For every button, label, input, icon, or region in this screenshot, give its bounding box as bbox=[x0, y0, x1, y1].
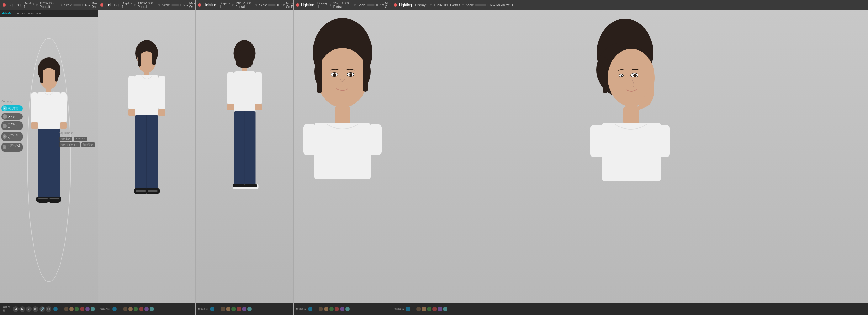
scale-slider[interactable] bbox=[171, 4, 179, 6]
swatch-2[interactable] bbox=[215, 307, 220, 311]
swatch-1[interactable] bbox=[308, 307, 312, 311]
maximize-btn[interactable]: Maximize On bbox=[189, 2, 196, 8]
adj-btn-reset[interactable]: リセット bbox=[74, 137, 88, 141]
swatch-3[interactable] bbox=[221, 307, 225, 311]
panel-2-bottom: 情報表示 bbox=[98, 303, 195, 315]
swatch-3[interactable] bbox=[64, 307, 68, 311]
resolution-label: 1920x1080 Portrait bbox=[40, 2, 59, 8]
swatch-6[interactable] bbox=[80, 307, 84, 311]
maximize-btn[interactable]: Maximize On P bbox=[286, 2, 293, 8]
swatch-3[interactable] bbox=[123, 307, 127, 311]
swatch-8[interactable] bbox=[345, 307, 350, 311]
scale-slider[interactable] bbox=[73, 4, 82, 6]
swatch-1[interactable] bbox=[112, 307, 117, 311]
maximize-btn[interactable]: Maximize O bbox=[496, 3, 513, 7]
swatch-2[interactable] bbox=[411, 307, 415, 311]
btn-motion[interactable]: ○ モーション bbox=[1, 132, 23, 141]
svg-rect-14 bbox=[50, 145, 60, 198]
display-label: Display 1 bbox=[219, 2, 230, 8]
swatch-2[interactable] bbox=[59, 307, 63, 311]
bottom-label: 情報表示 bbox=[296, 308, 306, 311]
color-swatches bbox=[210, 307, 252, 311]
swatch-1[interactable] bbox=[406, 307, 410, 311]
swatch-2[interactable] bbox=[118, 307, 122, 311]
swatch-8[interactable] bbox=[443, 307, 447, 311]
swatch-6[interactable] bbox=[432, 307, 437, 311]
scale-slider[interactable] bbox=[268, 4, 276, 6]
btn-accessory[interactable]: ○ アクセサリ bbox=[1, 121, 23, 130]
svg-rect-20 bbox=[38, 198, 48, 200]
swatch-1[interactable] bbox=[210, 307, 215, 311]
svg-rect-71 bbox=[314, 123, 371, 179]
svg-rect-29 bbox=[135, 75, 158, 116]
swatch-4[interactable] bbox=[226, 307, 230, 311]
svg-rect-47 bbox=[227, 72, 234, 105]
scale-label: Scale bbox=[162, 3, 170, 7]
swatch-6[interactable] bbox=[237, 307, 241, 311]
svg-rect-86 bbox=[590, 125, 603, 158]
panel-4-content bbox=[293, 10, 391, 303]
svg-rect-73 bbox=[369, 124, 382, 155]
adj-btn-highlight[interactable]: 強めハイライト bbox=[59, 142, 80, 147]
swatch-7[interactable] bbox=[340, 307, 344, 311]
color-swatches bbox=[53, 307, 95, 311]
maximize-btn[interactable]: Maximize On bbox=[385, 2, 391, 8]
swatch-8[interactable] bbox=[91, 307, 95, 311]
bottom-nav[interactable]: ◀ ▶ ↺ ⟳ 🔗 ⬡ bbox=[13, 306, 52, 312]
swatch-4[interactable] bbox=[128, 307, 133, 311]
swatch-3[interactable] bbox=[416, 307, 421, 311]
scale-slider[interactable] bbox=[367, 4, 375, 6]
scale-value: 0.65x bbox=[277, 3, 284, 7]
swatch-4[interactable] bbox=[324, 307, 328, 311]
adj-btn-default[interactable]: 初期設定 bbox=[81, 142, 95, 147]
swatch-5[interactable] bbox=[329, 307, 334, 311]
scale-label: Scale bbox=[358, 3, 366, 7]
swatch-5[interactable] bbox=[231, 307, 236, 311]
btn-makeup[interactable]: ○ メイク bbox=[1, 113, 23, 119]
btn-dot: ○ bbox=[2, 145, 6, 149]
nav-undo[interactable]: ↺ bbox=[26, 306, 32, 312]
panel-1-header: Lighting Display 1 ▼ 1920x1080 Portrait … bbox=[0, 0, 97, 10]
maximize-btn[interactable]: Maximize On bbox=[92, 2, 98, 8]
nav-camera[interactable]: 🔗 bbox=[39, 306, 45, 312]
panel-3-controls: Display 1 ▼ 1920x1080 Portrait ▼ Scale 0… bbox=[219, 2, 293, 8]
swatch-5[interactable] bbox=[133, 307, 138, 311]
swatch-3[interactable] bbox=[319, 307, 323, 311]
swatch-4[interactable] bbox=[69, 307, 74, 311]
panel-4-controls: Display 1 ▼ 1920x1080 Portrait ▼ Scale 0… bbox=[317, 2, 391, 8]
btn-clothes[interactable]: ● 衣の着楽 bbox=[1, 105, 23, 111]
swatch-5[interactable] bbox=[74, 307, 79, 311]
btn-model[interactable]: ○ マデルの切り bbox=[1, 143, 23, 151]
panel-1-toolbar: vivisufa CHARA01_0002_0006 bbox=[0, 10, 97, 17]
swatch-5[interactable] bbox=[427, 307, 432, 311]
swatch-8[interactable] bbox=[247, 307, 252, 311]
scale-slider[interactable] bbox=[475, 4, 486, 6]
scale-label: Scale bbox=[259, 3, 267, 7]
swatch-2[interactable] bbox=[313, 307, 318, 311]
swatch-7[interactable] bbox=[242, 307, 246, 311]
nav-grid[interactable]: ⬡ bbox=[46, 306, 52, 312]
btn-dot: ○ bbox=[2, 114, 7, 119]
panel-2-dot bbox=[100, 3, 103, 7]
panel-1: Lighting Display 1 ▼ 1920x1080 Portrait … bbox=[0, 0, 98, 315]
swatch-4[interactable] bbox=[422, 307, 426, 311]
swatch-6[interactable] bbox=[139, 307, 143, 311]
nav-back[interactable]: ◀ bbox=[13, 306, 19, 312]
svg-rect-35 bbox=[135, 133, 146, 190]
swatch-6[interactable] bbox=[335, 307, 339, 311]
swatch-7[interactable] bbox=[144, 307, 149, 311]
swatch-1[interactable] bbox=[53, 307, 58, 311]
panel-2-header: Lighting Display 1 ▼ 1920x1080 Portrait … bbox=[98, 0, 195, 10]
adj-btn-thick[interactable]: 強め太さ bbox=[59, 137, 72, 141]
svg-rect-63 bbox=[363, 56, 368, 92]
panel-1-controls: Display 1 ▼ 1920x1080 Portrait ▼ Scale 0… bbox=[24, 2, 98, 8]
svg-point-80 bbox=[633, 74, 637, 77]
swatch-7[interactable] bbox=[85, 307, 90, 311]
nav-fwd[interactable]: ▶ bbox=[20, 306, 25, 312]
svg-rect-11 bbox=[60, 123, 67, 129]
bottom-label: 情報表示 bbox=[394, 308, 404, 311]
nav-redo[interactable]: ⟳ bbox=[33, 306, 38, 312]
category-label: Category bbox=[1, 100, 23, 103]
swatch-7[interactable] bbox=[438, 307, 442, 311]
swatch-8[interactable] bbox=[150, 307, 154, 311]
